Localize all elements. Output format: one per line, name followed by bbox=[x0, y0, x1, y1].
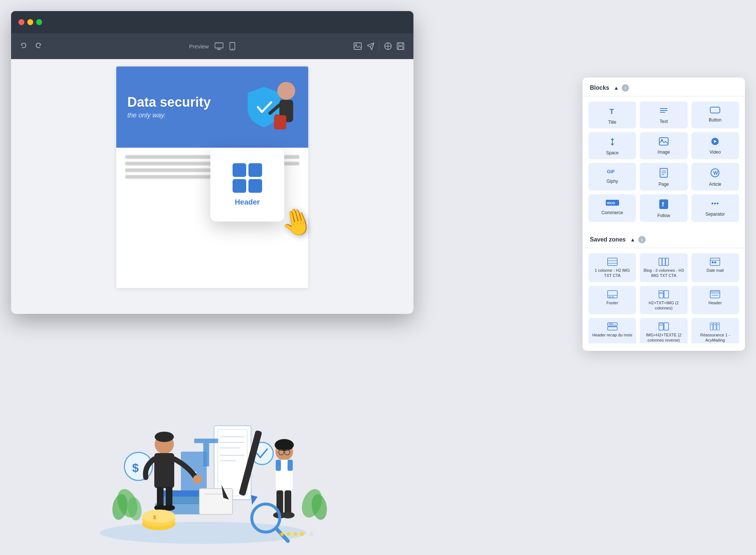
saved-header-recap[interactable]: Header recap du mois bbox=[588, 318, 636, 343]
block-commerce-label: Commerce bbox=[601, 210, 623, 215]
block-giphy-label: Giphy bbox=[606, 179, 618, 184]
saved-zones-chevron[interactable]: ▲ bbox=[630, 237, 635, 243]
saved-zones-divider bbox=[583, 248, 745, 248]
space-icon bbox=[608, 137, 616, 148]
block-image-label: Image bbox=[657, 150, 670, 155]
block-page-label: Page bbox=[659, 182, 669, 187]
block-separator[interactable]: Separator bbox=[691, 194, 739, 222]
article-icon: W bbox=[711, 168, 719, 179]
block-image[interactable]: Image bbox=[640, 132, 687, 159]
right-panel: Blocks ▲ i T Title Text bbox=[583, 78, 745, 351]
svg-rect-118 bbox=[288, 460, 293, 471]
blocks-divider bbox=[583, 96, 745, 96]
saved-header[interactable]: Header bbox=[691, 286, 739, 315]
block-title[interactable]: T Title bbox=[588, 102, 636, 129]
svg-point-42 bbox=[717, 203, 719, 205]
block-space[interactable]: Space bbox=[588, 132, 636, 159]
saved-zones-info-icon[interactable]: i bbox=[638, 236, 646, 243]
drag-card-label: Header bbox=[235, 198, 260, 206]
text-icon bbox=[659, 107, 668, 117]
toolbar-right bbox=[353, 41, 405, 51]
svg-rect-58 bbox=[664, 291, 669, 298]
follow-icon: f bbox=[659, 199, 668, 211]
mobile-preview-icon[interactable] bbox=[230, 42, 236, 50]
svg-point-4 bbox=[232, 48, 233, 49]
block-button[interactable]: Button bbox=[691, 102, 739, 129]
toolbar-divider bbox=[379, 41, 379, 51]
saved-date-icon bbox=[710, 258, 720, 266]
svg-point-106 bbox=[193, 475, 202, 484]
send-icon[interactable] bbox=[367, 42, 375, 50]
saved-footer[interactable]: Footer bbox=[588, 286, 636, 315]
separator-icon bbox=[710, 199, 720, 209]
redo-button[interactable] bbox=[34, 42, 42, 50]
toolbar: Preview bbox=[11, 33, 413, 59]
saved-reassurance-1[interactable]: Réassurance 1 - AcyMailing bbox=[691, 318, 739, 343]
svg-rect-13 bbox=[398, 47, 403, 49]
svg-text:T: T bbox=[194, 429, 219, 475]
svg-rect-107 bbox=[157, 487, 164, 507]
block-title-label: Title bbox=[608, 120, 616, 125]
svg-rect-52 bbox=[714, 261, 716, 263]
saved-h2-txt-img-label: H2+TXT+IMG (2 colonnes) bbox=[643, 300, 684, 311]
saved-footer-label: Footer bbox=[606, 300, 618, 305]
saved-date-mail[interactable]: Date mail bbox=[691, 253, 739, 282]
close-button[interactable] bbox=[18, 19, 24, 25]
svg-point-122 bbox=[281, 512, 295, 518]
svg-rect-55 bbox=[609, 296, 611, 298]
svg-rect-43 bbox=[608, 258, 617, 265]
blocks-chevron[interactable]: ▲ bbox=[614, 85, 619, 91]
image-block-icon bbox=[659, 137, 669, 147]
desktop-preview-icon[interactable] bbox=[215, 42, 224, 50]
svg-rect-117 bbox=[276, 460, 281, 471]
undo-button[interactable] bbox=[20, 42, 28, 50]
block-text[interactable]: Text bbox=[640, 102, 687, 129]
svg-point-74 bbox=[711, 324, 712, 325]
button-icon bbox=[710, 107, 720, 115]
svg-text:T: T bbox=[609, 107, 614, 116]
saved-img-h2-texte[interactable]: IMG+H2+TEXTE (2 colonnes reverse) bbox=[640, 318, 687, 343]
block-follow[interactable]: f Follow bbox=[640, 194, 687, 222]
svg-text:★★★★: ★★★★ bbox=[279, 530, 305, 538]
image-icon[interactable] bbox=[353, 42, 362, 50]
block-article[interactable]: W Article bbox=[691, 163, 739, 191]
block-commerce[interactable]: WOO Commerce bbox=[588, 194, 636, 222]
saved-h2-txt-img[interactable]: H2+TXT+IMG (2 colonnes) bbox=[640, 286, 687, 315]
svg-rect-23 bbox=[710, 107, 720, 113]
svg-rect-57 bbox=[659, 291, 663, 298]
page-icon bbox=[660, 168, 668, 179]
block-giphy[interactable]: GIF Giphy bbox=[588, 163, 636, 191]
email-header: Data security the only way. bbox=[116, 66, 308, 148]
svg-rect-65 bbox=[608, 327, 617, 330]
saved-header-icon bbox=[710, 290, 720, 298]
block-page[interactable]: Page bbox=[640, 163, 687, 191]
saved-1-colonne[interactable]: 1 colonne - H2 IMG TXT CTA bbox=[588, 253, 636, 282]
svg-rect-64 bbox=[608, 323, 617, 326]
minimize-button[interactable] bbox=[27, 19, 33, 25]
svg-rect-12 bbox=[399, 43, 402, 45]
blocks-title: Blocks bbox=[590, 85, 609, 91]
saved-zones-section-header: Saved zones ▲ i bbox=[583, 229, 745, 248]
icon-square-br bbox=[248, 179, 262, 193]
block-follow-label: Follow bbox=[657, 213, 670, 218]
svg-rect-56 bbox=[612, 296, 614, 298]
save-icon[interactable] bbox=[396, 42, 405, 50]
svg-text:$: $ bbox=[132, 461, 139, 475]
drag-card-icon bbox=[233, 163, 262, 193]
blocks-info-icon[interactable]: i bbox=[622, 84, 629, 92]
preview-label: Preview bbox=[189, 43, 209, 49]
block-text-label: Text bbox=[660, 119, 668, 124]
maximize-button[interactable] bbox=[36, 19, 42, 25]
saved-blog-3-colonnes[interactable]: Blog - 3 colonnes - H3 IMG TXT CTA bbox=[640, 253, 687, 282]
svg-point-40 bbox=[712, 203, 714, 205]
block-icon[interactable] bbox=[384, 42, 392, 50]
svg-point-14 bbox=[277, 82, 295, 100]
video-icon bbox=[710, 137, 720, 147]
block-video[interactable]: Video bbox=[691, 132, 739, 159]
saved-date-mail-label: Date mail bbox=[707, 268, 724, 273]
toolbar-left bbox=[20, 42, 42, 50]
blocks-grid: T Title Text Button bbox=[583, 102, 745, 222]
panel-scroll[interactable]: Blocks ▲ i T Title Text bbox=[583, 78, 745, 343]
drag-card[interactable]: Header bbox=[210, 148, 284, 222]
svg-text:WOO: WOO bbox=[607, 201, 615, 205]
